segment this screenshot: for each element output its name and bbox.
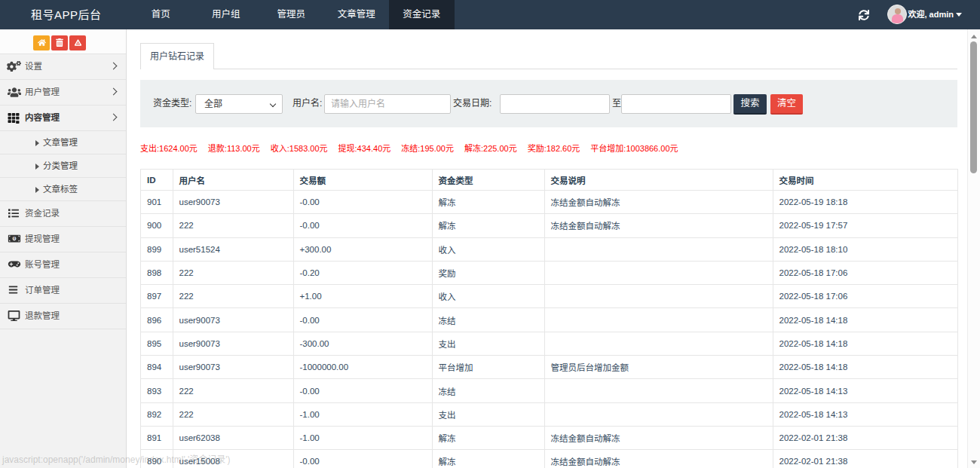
svg-text:0: 0 [14,236,16,240]
